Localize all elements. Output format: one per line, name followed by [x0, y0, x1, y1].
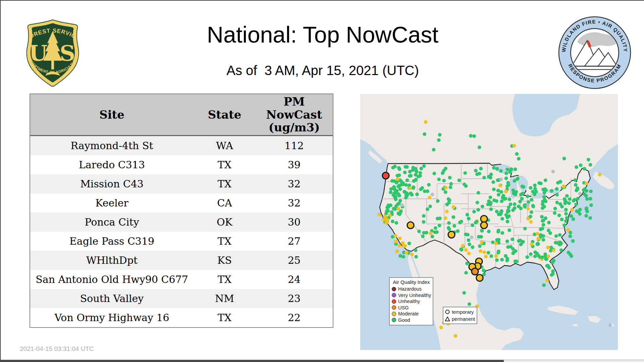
monitor-dot[interactable] [437, 178, 441, 181]
highlighted-monitor-dot[interactable] [407, 222, 414, 229]
monitor-dot[interactable] [436, 217, 439, 221]
highlighted-monitor-dot[interactable] [448, 231, 455, 238]
monitor-dot[interactable] [479, 167, 483, 171]
monitor-dot[interactable] [394, 234, 397, 238]
monitor-dot[interactable] [572, 217, 575, 221]
monitor-dot[interactable] [394, 240, 398, 243]
monitor-dot[interactable] [544, 178, 547, 182]
monitor-dot[interactable] [523, 227, 527, 231]
monitor-dot[interactable] [419, 171, 422, 175]
monitor-dot[interactable] [542, 223, 545, 227]
monitor-dot[interactable] [489, 254, 493, 258]
monitor-dot[interactable] [451, 215, 455, 219]
monitor-dot[interactable] [406, 178, 409, 182]
monitor-dot[interactable] [569, 253, 572, 256]
monitor-dot[interactable] [521, 185, 524, 188]
monitor-dot[interactable] [565, 194, 569, 198]
monitor-dot[interactable] [432, 148, 436, 152]
monitor-dot[interactable] [530, 210, 533, 214]
monitor-dot[interactable] [533, 187, 537, 191]
monitor-dot[interactable] [530, 198, 533, 201]
monitor-dot[interactable] [559, 248, 563, 252]
monitor-dot[interactable] [511, 238, 514, 241]
monitor-dot[interactable] [405, 251, 408, 254]
monitor-dot[interactable] [452, 224, 456, 228]
monitor-dot[interactable] [589, 197, 592, 200]
monitor-dot[interactable] [414, 249, 418, 252]
monitor-dot[interactable] [567, 201, 571, 205]
monitor-dot[interactable] [439, 326, 443, 329]
monitor-dot[interactable] [500, 199, 504, 203]
monitor-dot[interactable] [463, 182, 466, 186]
monitor-dot[interactable] [422, 231, 426, 235]
monitor-dot[interactable] [584, 214, 588, 218]
monitor-dot[interactable] [487, 251, 490, 255]
monitor-dot[interactable] [417, 175, 420, 178]
monitor-dot[interactable] [574, 183, 578, 187]
monitor-dot[interactable] [468, 243, 471, 246]
monitor-dot[interactable] [466, 233, 470, 237]
monitor-dot[interactable] [480, 240, 484, 244]
monitor-dot[interactable] [383, 215, 387, 218]
monitor-dot[interactable] [505, 259, 509, 262]
monitor-dot[interactable] [422, 214, 426, 218]
monitor-dot[interactable] [513, 179, 517, 183]
monitor-dot[interactable] [400, 203, 404, 207]
monitor-dot[interactable] [391, 220, 394, 223]
monitor-dot[interactable] [495, 199, 498, 203]
monitor-dot[interactable] [403, 171, 407, 174]
highlighted-monitor-dot[interactable] [476, 275, 483, 281]
monitor-dot[interactable] [398, 187, 402, 191]
monitor-dot[interactable] [539, 182, 543, 185]
monitor-dot[interactable] [589, 189, 593, 193]
monitor-dot[interactable] [552, 248, 555, 252]
monitor-dot[interactable] [560, 218, 564, 221]
monitor-dot[interactable] [563, 197, 567, 201]
monitor-dot[interactable] [530, 242, 534, 246]
monitor-dot[interactable] [448, 176, 452, 180]
monitor-dot[interactable] [460, 220, 463, 224]
monitor-dot[interactable] [570, 208, 574, 212]
monitor-dot[interactable] [583, 167, 586, 171]
monitor-dot[interactable] [395, 250, 399, 253]
monitor-dot[interactable] [542, 238, 545, 242]
monitor-dot[interactable] [378, 213, 381, 217]
monitor-dot[interactable] [396, 177, 399, 181]
monitor-dot[interactable] [478, 145, 481, 149]
monitor-dot[interactable] [397, 202, 401, 205]
monitor-dot[interactable] [414, 178, 418, 182]
monitor-dot[interactable] [478, 244, 482, 248]
monitor-dot[interactable] [585, 189, 588, 193]
monitor-dot[interactable] [542, 191, 546, 194]
monitor-dot[interactable] [541, 206, 544, 210]
monitor-dot[interactable] [519, 193, 523, 196]
monitor-dot[interactable] [472, 134, 476, 138]
monitor-dot[interactable] [466, 213, 469, 217]
monitor-dot[interactable] [394, 195, 398, 199]
monitor-dot[interactable] [514, 259, 517, 263]
monitor-dot[interactable] [462, 291, 466, 295]
monitor-dot[interactable] [517, 204, 521, 208]
monitor-dot[interactable] [571, 239, 575, 243]
monitor-dot[interactable] [470, 236, 474, 239]
monitor-dot[interactable] [496, 189, 500, 192]
monitor-dot[interactable] [397, 173, 401, 177]
monitor-dot[interactable] [437, 138, 441, 142]
monitor-dot[interactable] [558, 233, 562, 237]
monitor-dot[interactable] [579, 164, 583, 167]
monitor-dot[interactable] [401, 241, 405, 245]
monitor-dot[interactable] [438, 133, 442, 137]
monitor-dot[interactable] [392, 207, 395, 210]
monitor-dot[interactable] [536, 242, 540, 245]
monitor-dot[interactable] [552, 259, 556, 262]
monitor-dot[interactable] [529, 220, 533, 224]
highlighted-monitor-dot[interactable] [481, 222, 487, 229]
monitor-dot[interactable] [544, 217, 547, 220]
monitor-dot[interactable] [527, 200, 530, 204]
monitor-dot[interactable] [494, 254, 498, 258]
monitor-dot[interactable] [415, 192, 419, 196]
monitor-dot[interactable] [569, 234, 572, 238]
monitor-dot[interactable] [451, 205, 455, 209]
monitor-dot[interactable] [588, 216, 592, 220]
monitor-dot[interactable] [546, 246, 550, 249]
